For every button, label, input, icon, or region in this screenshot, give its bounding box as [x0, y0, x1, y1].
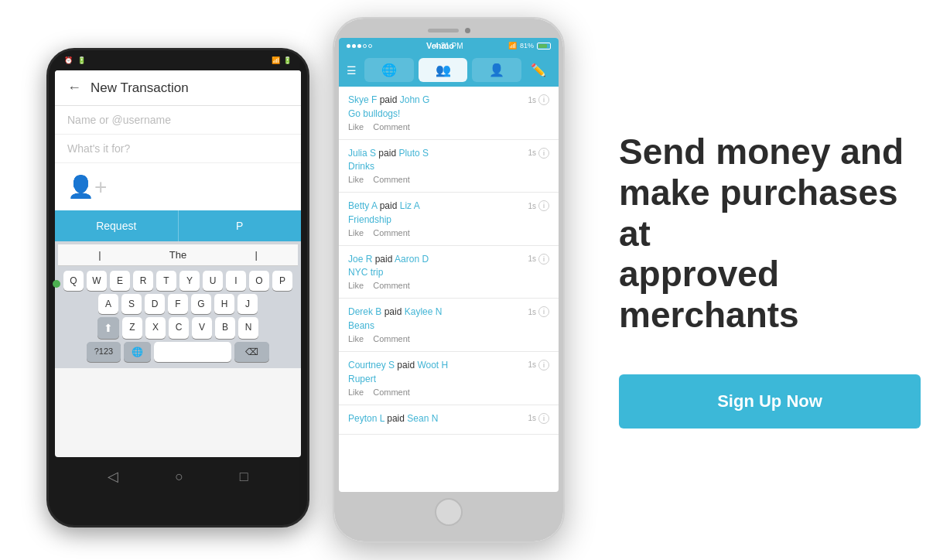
info-icon-6[interactable]: i	[538, 360, 549, 370]
like-btn-6[interactable]: Like	[348, 388, 364, 397]
back-arrow-icon[interactable]: ←	[67, 80, 81, 96]
feed-item-5-desc: Beans	[348, 320, 549, 331]
info-icon-1[interactable]: i	[538, 94, 549, 105]
feed-item-5-name: Derek B paid Kaylee N	[348, 306, 442, 319]
feed-item-4-name: Joe R paid Aaron D	[348, 254, 429, 266]
info-icon-5[interactable]: i	[538, 306, 549, 317]
feed-item-6: Courtney S paid Woot H 1s i Rupert Like	[339, 352, 559, 405]
home-nav-icon[interactable]: ○	[175, 469, 183, 485]
key-a[interactable]: A	[98, 294, 118, 314]
hamburger-icon[interactable]: ☰	[347, 64, 357, 77]
ios-phone: Venmo 4:31 PM 📶 81% ☰	[333, 17, 565, 543]
key-x[interactable]: X	[145, 317, 166, 339]
comment-btn-1[interactable]: Comment	[373, 122, 410, 131]
ios-top-bar	[339, 28, 559, 38]
feed-item-2-desc: Drinks	[348, 161, 549, 172]
feed-item-5-time: 1s i	[528, 306, 549, 317]
headline-line3: approved merchants	[619, 254, 799, 335]
what-for-field[interactable]: What's it for?	[55, 135, 301, 163]
key-p[interactable]: P	[272, 271, 292, 291]
key-r[interactable]: R	[133, 271, 153, 291]
feed-item-2-name: Julia S paid Pluto S	[348, 148, 429, 160]
key-q[interactable]: Q	[63, 271, 84, 291]
key-g[interactable]: G	[191, 294, 211, 314]
phones-section: ⏰ 🔋 📶 🔋 ← New Transaction Name or @usern…	[46, 17, 572, 543]
key-v[interactable]: V	[192, 317, 212, 339]
dot-5	[368, 44, 372, 48]
ios-home-button[interactable]	[435, 498, 463, 526]
status-icons: 🔋	[77, 56, 86, 64]
like-btn-5[interactable]: Like	[348, 334, 364, 343]
key-u[interactable]: U	[203, 271, 223, 291]
feed-item-6-desc: Rupert	[348, 374, 549, 384]
venmo-status-bar: Venmo 4:31 PM 📶 81%	[339, 38, 559, 53]
key-b[interactable]: B	[215, 317, 235, 339]
like-btn-2[interactable]: Like	[348, 175, 364, 184]
key-o[interactable]: O	[249, 271, 269, 291]
signup-button[interactable]: Sign Up Now	[619, 374, 921, 429]
feed-item-3: Betty A paid Liz A 1s i Friendship Like	[339, 193, 559, 246]
feed-item-4: Joe R paid Aaron D 1s i NYC trip Like	[339, 246, 559, 299]
word-suggestion-3[interactable]: |	[255, 249, 257, 261]
feed-item-1-desc: Go bulldogs!	[348, 108, 549, 119]
feed-item-3-desc: Friendship	[348, 214, 549, 225]
feed-item-7-name: Peyton L paid Sean N	[348, 413, 438, 425]
global-feed-btn[interactable]: 🌐	[364, 58, 414, 82]
shift-key[interactable]: ⬆	[97, 317, 119, 339]
key-w[interactable]: W	[87, 271, 107, 291]
info-icon-7[interactable]: i	[538, 413, 549, 424]
word-suggestion-2[interactable]: The	[169, 249, 186, 261]
feed-item-6-name: Courtney S paid Woot H	[348, 360, 448, 372]
feed-item-1: Skye F paid John G 1s i Go bulldogs! Lik…	[339, 87, 559, 140]
key-e[interactable]: E	[110, 271, 130, 291]
key-t[interactable]: T	[156, 271, 176, 291]
comment-btn-5[interactable]: Comment	[373, 334, 410, 343]
compose-icon[interactable]: ✏️	[526, 60, 551, 80]
key-h[interactable]: H	[214, 294, 234, 314]
personal-btn[interactable]: 👤	[472, 58, 521, 82]
key-i[interactable]: I	[226, 271, 246, 291]
name-input-field[interactable]: Name or @username	[55, 106, 301, 135]
key-j[interactable]: J	[238, 294, 258, 314]
key-d[interactable]: D	[145, 294, 165, 314]
globe-key[interactable]: 🌐	[124, 342, 151, 362]
android-status-right: 📶 🔋	[272, 56, 292, 64]
info-icon-4[interactable]: i	[538, 254, 549, 265]
pay-button[interactable]: P	[179, 210, 302, 241]
key-f[interactable]: F	[168, 294, 188, 314]
info-icon-2[interactable]: i	[538, 148, 549, 159]
key-c[interactable]: C	[169, 317, 189, 339]
info-icon-3[interactable]: i	[538, 200, 549, 211]
feed-item-1-time: 1s i	[528, 94, 549, 105]
dot-4	[363, 44, 367, 48]
delete-key[interactable]: ⌫	[234, 342, 269, 362]
feed-item-7-header: Peyton L paid Sean N 1s i	[348, 413, 549, 425]
like-btn-3[interactable]: Like	[348, 228, 364, 237]
recent-nav-icon[interactable]: □	[240, 469, 248, 485]
key-s[interactable]: S	[121, 294, 142, 314]
key-y[interactable]: Y	[179, 271, 200, 291]
like-btn-4[interactable]: Like	[348, 281, 364, 290]
comment-btn-4[interactable]: Comment	[373, 281, 410, 290]
comment-btn-6[interactable]: Comment	[373, 388, 410, 397]
venmo-nav-bar: ☰ 🌐 👥 👤 ✏️	[339, 53, 559, 87]
like-btn-1[interactable]: Like	[348, 122, 364, 131]
clock-icon: ⏰	[64, 56, 73, 64]
space-key[interactable]	[154, 342, 231, 362]
word-suggestion-1[interactable]: |	[98, 249, 101, 261]
friends-feed-btn[interactable]: 👥	[419, 58, 468, 82]
key-z[interactable]: Z	[122, 317, 142, 339]
key-n[interactable]: N	[238, 317, 258, 339]
request-button[interactable]: Request	[55, 210, 179, 241]
right-section: Send money and make purchases at approve…	[572, 131, 921, 429]
feed-item-2: Julia S paid Pluto S 1s i Drinks Like	[339, 140, 559, 193]
comment-btn-3[interactable]: Comment	[373, 228, 410, 237]
keyboard-area: | The | Q W E R T Y U I	[55, 241, 301, 368]
status-right: 4:31 PM 📶 81%	[508, 42, 551, 50]
comment-btn-2[interactable]: Comment	[373, 175, 410, 184]
numbers-key[interactable]: ?123	[87, 342, 121, 362]
feed-item-3-time: 1s i	[528, 200, 549, 211]
back-nav-icon[interactable]: ◁	[108, 468, 118, 485]
feed-item-4-actions: Like Comment	[348, 281, 549, 290]
keyboard-word-bar: | The |	[58, 244, 298, 266]
